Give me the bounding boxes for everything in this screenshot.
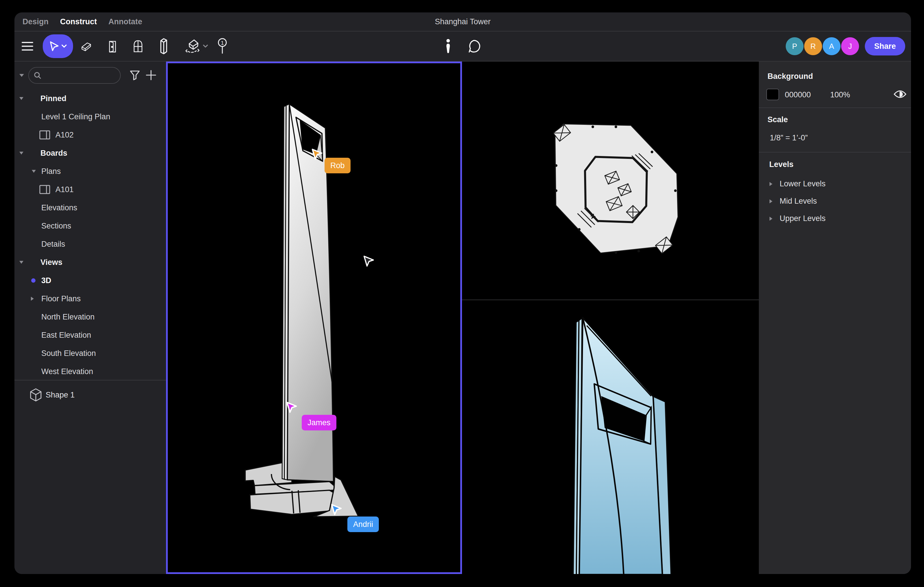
background-opacity-value[interactable]: 100% [830, 91, 850, 99]
caret-right-icon[interactable] [31, 296, 34, 301]
tree-item[interactable]: Elevations [15, 198, 166, 217]
collab-tools [445, 31, 481, 61]
local-cursor [363, 255, 375, 268]
scale-value[interactable]: 1/8” = 1’-0” [770, 134, 808, 142]
sheet-icon [39, 185, 50, 194]
chevron-down-icon [203, 45, 208, 48]
tag-tool-icon[interactable]: 1 [216, 37, 228, 55]
app-window: Design Construct Annotate Shanghai Tower [15, 12, 911, 574]
tree-item-sheet[interactable]: A102 [15, 126, 166, 144]
background-hex-value[interactable]: 000000 [785, 91, 811, 99]
caret-right-icon[interactable] [769, 182, 773, 186]
tree-item[interactable]: Level 1 Ceiling Plan [15, 107, 166, 126]
project-sidebar: Pinned Level 1 Ceiling Plan A102 Boards [15, 61, 166, 574]
tree-item-3d-view[interactable]: 3D [15, 271, 166, 289]
comment-icon[interactable] [466, 39, 481, 54]
tree-subsection-plans[interactable]: Plans [15, 162, 166, 180]
cursor-label-rob: Rob [325, 158, 351, 173]
hamburger-menu-icon[interactable] [21, 41, 33, 51]
tree-item-sheet[interactable]: A101 [15, 180, 166, 198]
tower-detail-drawing [462, 300, 759, 574]
search-icon [33, 71, 41, 79]
background-section-title: Background [767, 72, 813, 81]
select-tool-button[interactable] [43, 35, 73, 58]
active-view-dot [31, 278, 36, 283]
cursor-andrii [331, 504, 343, 516]
svg-text:1: 1 [221, 40, 224, 46]
filter-icon[interactable] [129, 69, 140, 81]
main-viewport[interactable]: Rob James Andrii [166, 61, 462, 574]
level-group-upper[interactable]: Upper Levels [780, 214, 825, 223]
caret-right-icon[interactable] [769, 217, 773, 221]
tree-section-pinned[interactable]: Pinned [15, 89, 166, 107]
wall-tool-icon[interactable] [80, 38, 92, 54]
caret-right-icon[interactable] [769, 199, 773, 203]
share-button[interactable]: Share [865, 37, 905, 55]
scale-section-title: Scale [767, 115, 788, 124]
level-group-mid[interactable]: Mid Levels [780, 197, 817, 206]
cursor-label-james: James [302, 415, 337, 430]
avatar[interactable]: R [804, 37, 822, 55]
background-color-swatch[interactable] [766, 89, 779, 100]
levels-section-title: Levels [769, 160, 794, 169]
floor-plan-view[interactable] [462, 61, 759, 299]
shape-list-item[interactable]: Shape 1 [15, 385, 166, 405]
presence-row: P R A J Share [786, 31, 905, 61]
tree-item[interactable]: West Elevation [15, 362, 166, 380]
tab-annotate[interactable]: Annotate [109, 17, 142, 26]
search-input[interactable] [45, 71, 114, 80]
tree-item[interactable]: Details [15, 235, 166, 253]
tree-section-views[interactable]: Views [15, 253, 166, 271]
chevron-down-icon [61, 45, 67, 48]
properties-sidebar: Background 000000 100% Scale 1/8” = 1’-0… [759, 61, 911, 574]
tab-design[interactable]: Design [23, 17, 48, 26]
cube-icon [30, 388, 42, 402]
tree-item[interactable]: North Elevation [15, 308, 166, 326]
project-tree: Pinned Level 1 Ceiling Plan A102 Boards [15, 89, 166, 380]
caret-down-icon[interactable] [31, 170, 36, 173]
search-box[interactable] [28, 67, 121, 84]
caret-down-icon[interactable] [19, 261, 24, 264]
door-tool-icon[interactable] [106, 38, 118, 55]
caret-down-icon[interactable] [19, 97, 24, 100]
tree-section-boards[interactable]: Boards [15, 144, 166, 162]
cursor-arrow-icon [50, 41, 59, 51]
avatar[interactable]: A [823, 37, 841, 55]
secondary-views [462, 61, 759, 574]
tower-3d-model [168, 63, 460, 573]
section-divider [759, 152, 911, 152]
toolbar: 1 P R A J Share [15, 31, 911, 61]
visibility-eye-icon[interactable] [893, 89, 907, 99]
column-tool-icon[interactable] [158, 37, 170, 55]
caret-down-icon[interactable] [19, 151, 24, 155]
document-title: Shanghai Tower [435, 17, 490, 26]
tree-item-floor-plans[interactable]: Floor Plans [15, 289, 166, 308]
cursor-rob [312, 149, 324, 160]
mode-tabs: Design Construct Annotate [15, 17, 142, 26]
level-group-lower[interactable]: Lower Levels [780, 179, 825, 189]
avatar[interactable]: J [841, 37, 859, 55]
cursor-james [286, 402, 298, 414]
tree-item[interactable]: East Elevation [15, 326, 166, 344]
sidebar-divider [15, 380, 166, 380]
tree-item[interactable]: Sections [15, 217, 166, 235]
tab-construct[interactable]: Construct [60, 17, 97, 26]
tree-item[interactable]: South Elevation [15, 344, 166, 362]
window-tool-icon[interactable] [132, 38, 144, 55]
sheet-icon [39, 130, 50, 139]
sidebar-collapse-caret-icon[interactable] [19, 73, 24, 77]
person-icon[interactable] [445, 39, 451, 54]
floor-plan-drawing [462, 61, 759, 299]
add-icon[interactable] [145, 69, 157, 81]
shape-tool-icon[interactable] [185, 37, 208, 55]
detail-3d-view[interactable] [462, 300, 759, 574]
section-divider [759, 107, 911, 108]
avatar[interactable]: P [786, 37, 804, 55]
top-bar: Design Construct Annotate Shanghai Tower [15, 12, 911, 31]
cursor-label-andrii: Andrii [347, 516, 379, 532]
